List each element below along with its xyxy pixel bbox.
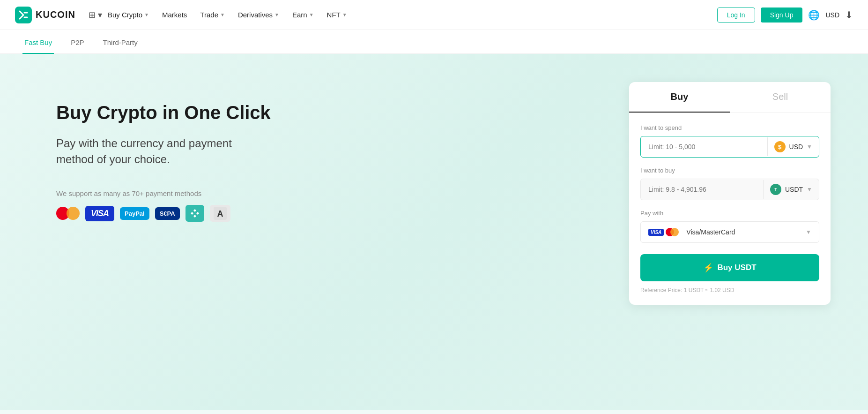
language-icon[interactable]: 🌐 [808, 9, 820, 21]
tabs-bar: Fast Buy P2P Third-Party [0, 30, 868, 54]
trade-chevron: ▼ [220, 12, 225, 17]
buy-sell-panel: Buy Sell I want to spend $ USD ▼ I want … [629, 82, 831, 305]
hero-title: Buy Crypto in One Click [56, 101, 592, 124]
currency-selector[interactable]: USD [825, 11, 839, 19]
spend-label: I want to spend [640, 124, 819, 131]
tab-p2p[interactable]: P2P [69, 30, 86, 54]
pay-with-label: Pay with [640, 210, 819, 217]
svg-text:A: A [217, 209, 223, 218]
reference-price: Reference Price: 1 USDT ≈ 1.02 USD [640, 287, 819, 294]
card-tab-buy[interactable]: Buy [629, 82, 730, 113]
usdt-icon: T [770, 184, 781, 195]
signup-button[interactable]: Sign Up [761, 8, 803, 23]
kucoin-logo-icon [15, 7, 32, 23]
pix-icon [185, 205, 204, 222]
nav-derivatives[interactable]: Derivatives ▼ [232, 7, 285, 23]
grid-menu-icon[interactable]: ⊞ ▾ [89, 10, 102, 20]
nav-nft[interactable]: NFT ▼ [321, 7, 353, 23]
buy-currency-chevron: ▼ [807, 186, 812, 193]
pay-with-chevron: ▼ [806, 229, 811, 235]
payment-icons-row: VISA PayPal S€PA A [56, 205, 592, 222]
derivatives-chevron: ▼ [274, 12, 279, 17]
pay-with-select[interactable]: VISA Visa/MasterCard ▼ [640, 221, 819, 243]
buy-currency-select[interactable]: T USDT ▼ [763, 180, 819, 199]
mc-right-circle [67, 207, 80, 220]
spend-currency-label: USD [789, 143, 803, 151]
spend-input-row: $ USD ▼ [640, 136, 819, 158]
header-right: Log In Sign Up 🌐 USD ⬇ [717, 8, 853, 23]
buy-currency-label: USDT [785, 186, 803, 193]
ref-price-value: 1 USDT ≈ 1.02 USD [684, 287, 734, 294]
buy-label: I want to buy [640, 167, 819, 174]
nav-buy-crypto[interactable]: Buy Crypto ▼ [102, 7, 155, 23]
pay-with-left: VISA Visa/MasterCard [648, 227, 735, 237]
login-button[interactable]: Log In [717, 8, 755, 23]
logo-text: KUCOIN [36, 9, 75, 20]
nav-earn[interactable]: Earn ▼ [287, 7, 319, 23]
main-content: Buy Crypto in One Click Pay with the cur… [0, 54, 868, 410]
mc-small-icon [666, 227, 679, 237]
buy-input[interactable] [641, 179, 763, 200]
visa-small-icon: VISA [648, 229, 664, 236]
spend-currency-select[interactable]: $ USD ▼ [767, 137, 819, 156]
visa-icon: VISA [85, 206, 114, 221]
download-icon[interactable]: ⬇ [845, 9, 853, 21]
payment-methods-label: We support as many as 70+ payment method… [56, 189, 592, 197]
hero-section: Buy Crypto in One Click Pay with the cur… [56, 82, 592, 222]
usd-icon: $ [774, 141, 786, 152]
buy-input-row: T USDT ▼ [640, 179, 819, 200]
nav-markets[interactable]: Markets [156, 7, 193, 23]
tab-third-party[interactable]: Third-Party [101, 30, 140, 54]
logo[interactable]: KUCOIN [15, 7, 75, 23]
airtel-icon: A [210, 205, 230, 222]
pay-with-value: Visa/MasterCard [686, 228, 735, 236]
sepa-icon: S€PA [155, 207, 180, 220]
main-nav: Buy Crypto ▼ Markets Trade ▼ Derivatives… [102, 7, 717, 23]
lightning-icon: ⚡ [703, 263, 713, 273]
buy-button-label: Buy USDT [717, 263, 756, 272]
header: KUCOIN ⊞ ▾ Buy Crypto ▼ Markets Trade ▼ … [0, 0, 868, 30]
buy-usdt-button[interactable]: ⚡ Buy USDT [640, 254, 819, 281]
paypal-icon: PayPal [120, 207, 149, 220]
tab-fast-buy[interactable]: Fast Buy [22, 30, 54, 54]
spend-input[interactable] [641, 136, 767, 157]
spend-currency-chevron: ▼ [807, 143, 812, 150]
card-tab-sell[interactable]: Sell [730, 82, 831, 113]
card-body: I want to spend $ USD ▼ I want to buy T [629, 113, 831, 305]
mastercard-icon [56, 205, 80, 222]
nft-chevron: ▼ [342, 12, 347, 17]
hero-subtitle: Pay with the currency and paymentmethod … [56, 135, 592, 167]
card-tabs: Buy Sell [629, 82, 831, 113]
ref-price-label: Reference Price: [640, 287, 682, 294]
buy-sell-card: Buy Sell I want to spend $ USD ▼ I want … [629, 82, 831, 305]
buy-crypto-chevron: ▼ [144, 12, 149, 17]
nav-trade[interactable]: Trade ▼ [194, 7, 230, 23]
earn-chevron: ▼ [309, 12, 314, 17]
